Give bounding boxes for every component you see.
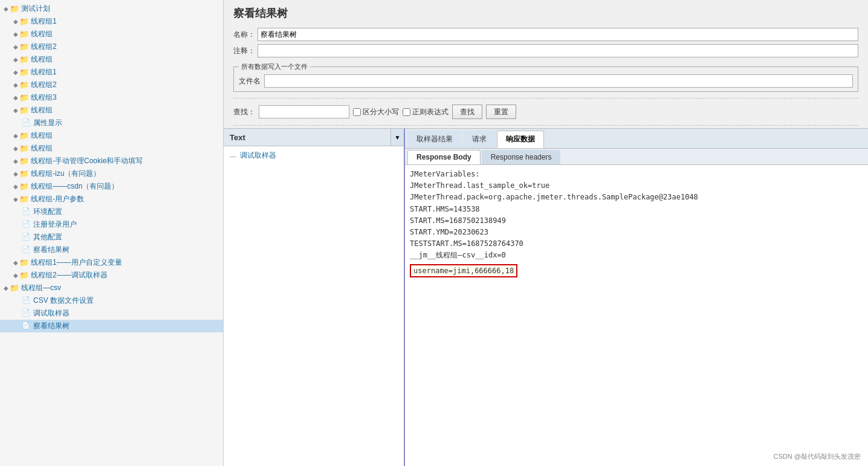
doc-icon: 📄 <box>22 233 31 242</box>
sidebar-item-thread-group-2a[interactable]: ◆📁线程组2 <box>0 40 223 53</box>
sidebar-item-other-config[interactable]: 📄其他配置 <box>0 231 223 244</box>
folder-icon: 📁 <box>19 157 29 166</box>
doc-icon: 📄 <box>22 220 31 230</box>
connector-icon: ◆ <box>12 258 19 268</box>
doc-icon: 📄 <box>22 309 31 319</box>
comment-label: 注释： <box>233 46 257 56</box>
sidebar-label: 察看结果树 <box>33 321 70 331</box>
folder-icon: 📁 <box>10 283 19 293</box>
file-label: 文件名 <box>239 76 261 86</box>
sidebar-item-attr-display[interactable]: 📄属性显示 <box>0 117 223 129</box>
folder-icon: 📁 <box>19 169 29 179</box>
sidebar-label: 线程组2——调试取样器 <box>31 270 108 280</box>
regex-group: 正则表达式 <box>403 107 449 117</box>
sidebar-item-thread-group-2b[interactable]: ◆📁线程组2 <box>0 79 223 91</box>
tab-response-data[interactable]: 响应数据 <box>497 131 544 148</box>
result-item[interactable]: —调试取样器 <box>226 149 401 163</box>
connector-icon: ◆ <box>12 55 19 65</box>
connector-icon: ◆ <box>12 169 19 179</box>
sidebar-item-env-config[interactable]: 📄环境配置 <box>0 205 223 218</box>
folder-icon: 📁 <box>19 131 29 141</box>
connector-icon: ◆ <box>12 68 19 77</box>
detail-line: JMeterVariables: <box>410 169 863 180</box>
sidebar-item-thread-group-cookie[interactable]: ◆📁线程组-手动管理Cookie和手动填写 <box>0 155 223 167</box>
sidebar-item-thread-group-csv[interactable]: ◆📁线程组—csv <box>0 282 223 294</box>
doc-icon: 📄 <box>22 322 31 331</box>
sidebar-item-thread-group-d[interactable]: ◆📁线程组 <box>0 129 223 142</box>
sidebar-item-test-plan[interactable]: ◆📁测试计划 <box>0 2 223 15</box>
doc-icon: 📄 <box>22 245 31 255</box>
reset-button[interactable]: 重置 <box>486 105 516 119</box>
folder-icon: 📁 <box>19 182 29 192</box>
sidebar-item-thread-group-e[interactable]: ◆📁线程组 <box>0 142 223 155</box>
sidebar-item-thread-group-user-param[interactable]: ◆📁线程组-用户参数 <box>0 193 223 205</box>
sidebar-label: 线程组2 <box>31 42 57 52</box>
sidebar-label: 线程组1 <box>31 67 57 77</box>
regex-checkbox[interactable] <box>403 108 410 116</box>
sidebar-item-debug-sampler[interactable]: 📄调试取样器 <box>0 307 223 320</box>
main-tabs-row: 取样器结果请求响应数据 <box>405 129 868 149</box>
sidebar-item-thread-group-var1[interactable]: ◆📁线程组1——用户自定义变量 <box>0 256 223 269</box>
sidebar-label: 线程组—csv <box>21 283 61 293</box>
sidebar-item-register-user[interactable]: 📄注册登录用户 <box>0 218 223 231</box>
tab-sampler-result[interactable]: 取样器结果 <box>407 131 462 148</box>
comment-row: 注释： <box>233 44 858 57</box>
tree-panel-dropdown[interactable]: ▼ <box>390 129 404 146</box>
search-input[interactable] <box>259 105 349 118</box>
name-row: 名称： <box>233 28 858 41</box>
folder-icon: 📁 <box>19 68 29 77</box>
tab-request[interactable]: 请求 <box>463 131 496 148</box>
divider-1 <box>233 98 858 99</box>
connector-icon: ◆ <box>2 283 10 293</box>
sidebar-label: 调试取样器 <box>33 308 70 319</box>
connector-icon: ◆ <box>12 144 19 154</box>
highlighted-line: username=jimi,666666,18 <box>410 264 517 277</box>
folder-icon: 📁 <box>19 144 29 154</box>
detail-line: START.MS=1687502138949 <box>410 215 863 227</box>
file-input[interactable] <box>264 74 853 88</box>
folder-icon: 📁 <box>19 93 29 103</box>
case-sensitive-label: 区分大小写 <box>363 107 399 117</box>
sidebar-item-thread-group-1b[interactable]: ◆📁线程组1 <box>0 66 223 79</box>
result-tree-panel: Text ▼ —调试取样器 <box>224 129 405 466</box>
connector-icon: ◆ <box>12 195 19 204</box>
name-label: 名称： <box>233 30 257 40</box>
folder-icon: 📁 <box>19 42 29 52</box>
sidebar-label: 其他配置 <box>33 232 62 242</box>
main-panel: 察看结果树 名称： 注释： 所有数据写入一个文件 文件名 查找： 区分大小写 正… <box>224 0 868 466</box>
detail-line: __jm__线程组—csv__idx=0 <box>410 250 863 261</box>
folder-icon: 📁 <box>19 80 29 90</box>
sidebar-item-thread-group-3[interactable]: ◆📁线程组3 <box>0 91 223 104</box>
panel-title: 察看结果树 <box>224 0 868 25</box>
sidebar-item-thread-group-var2[interactable]: ◆📁线程组2——调试取样器 <box>0 269 223 282</box>
sidebar-item-csv-data-setting[interactable]: 📄CSV 数据文件设置 <box>0 294 223 307</box>
detail-line: JMeterThread.pack=org.apache.jmeter.thre… <box>410 192 863 203</box>
folder-icon: 📁 <box>19 17 29 27</box>
sidebar-label: 测试计划 <box>21 4 50 14</box>
find-button[interactable]: 查找 <box>452 105 482 119</box>
detail-content: JMeterVariables:JMeterThread.last_sample… <box>405 165 868 466</box>
sidebar-item-thread-group-b[interactable]: ◆📁线程组 <box>0 53 223 66</box>
sidebar-item-thread-group-a[interactable]: ◆📁线程组 <box>0 28 223 40</box>
sidebar-item-thread-group-c[interactable]: ◆📁线程组 <box>0 104 223 117</box>
sidebar-label: 属性显示 <box>33 118 62 128</box>
folder-icon: 📁 <box>19 271 29 280</box>
sidebar-label: 注册登录用户 <box>33 219 77 230</box>
connector-icon: ◆ <box>2 4 10 14</box>
case-sensitive-checkbox[interactable] <box>353 108 361 116</box>
sidebar-label: 察看结果树 <box>33 245 70 255</box>
sidebar-label: 环境配置 <box>33 207 62 217</box>
sidebar-item-thread-group-1a[interactable]: ◆📁线程组1 <box>0 15 223 28</box>
sidebar-item-view-result-tree[interactable]: 📄察看结果树 <box>0 244 223 256</box>
comment-input[interactable] <box>257 44 858 57</box>
sidebar-item-thread-group-izu[interactable]: ◆📁线程组-izu（有问题） <box>0 167 223 180</box>
connector-icon: ◆ <box>12 271 19 280</box>
connector-icon: ◆ <box>12 131 19 141</box>
sub-tab-response-body[interactable]: Response Body <box>407 150 481 164</box>
sidebar-item-view-result-tree2[interactable]: 📄察看结果树 <box>0 320 223 332</box>
sub-tab-response-headers[interactable]: Response headers <box>482 150 561 164</box>
sidebar-item-thread-group-csdn[interactable]: ◆📁线程组——csdn（有问题） <box>0 180 223 193</box>
sidebar-label: 线程组 <box>31 105 53 115</box>
file-row: 文件名 <box>239 74 853 88</box>
name-input[interactable] <box>257 28 858 41</box>
